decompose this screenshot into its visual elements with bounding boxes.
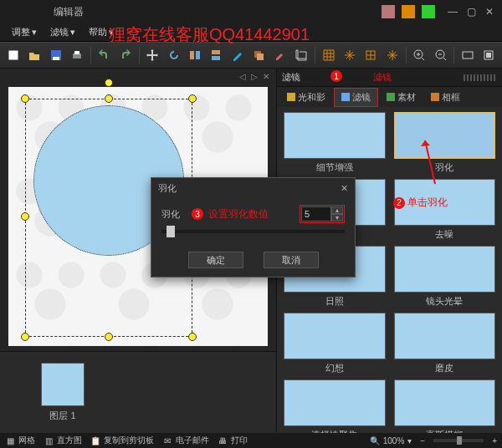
svg-rect-9 (196, 51, 200, 59)
undo-icon[interactable] (95, 45, 114, 65)
filter-item[interactable]: 细节增强 (284, 112, 386, 174)
cancel-button[interactable]: 取消 (264, 252, 319, 268)
tab-filter[interactable]: 滤镜 (334, 88, 378, 107)
ok-button[interactable]: 确定 (188, 252, 243, 268)
toolbar (0, 42, 502, 69)
feather-value-input[interactable] (301, 206, 331, 221)
grid-2-icon[interactable] (340, 45, 359, 65)
filter-item[interactable]: 去噪 (394, 179, 496, 241)
handle-bm[interactable] (105, 333, 113, 341)
spin-up-icon[interactable]: ▲ (331, 206, 343, 214)
svg-rect-7 (74, 51, 79, 54)
layer-thumbnail (41, 363, 85, 406)
svg-rect-13 (257, 53, 264, 60)
panel-tabs: 光和影 滤镜 素材 相框 (277, 87, 502, 107)
crop-icon[interactable] (291, 45, 310, 65)
orange-box-icon[interactable] (400, 3, 417, 20)
save-icon[interactable] (46, 45, 65, 65)
close-button[interactable]: ✕ (480, 3, 499, 20)
badge-3: 3 (192, 208, 203, 220)
maximize-button[interactable]: ▢ (462, 3, 480, 20)
rotate-icon[interactable] (164, 45, 183, 65)
filter-thumb (284, 313, 386, 359)
tab-frame[interactable]: 相框 (424, 89, 467, 106)
zoom-in-icon[interactable] (409, 45, 428, 65)
menu-help[interactable]: 帮助▾ (82, 26, 120, 38)
green-box-icon[interactable] (420, 3, 437, 20)
svg-rect-10 (212, 50, 220, 54)
filter-label: 日照 (284, 295, 386, 308)
grid-3-icon[interactable] (361, 45, 381, 65)
minimize-button[interactable]: — (443, 3, 462, 20)
filter-thumb (394, 313, 496, 359)
handle-rotate[interactable] (105, 79, 113, 87)
filter-label: 磨皮 (394, 362, 496, 374)
svg-rect-19 (486, 53, 491, 58)
filter-item[interactable]: 选择性聚焦 (284, 379, 386, 433)
tab-light[interactable]: 光和影 (280, 89, 332, 106)
nav-next-icon[interactable]: ▷ (251, 72, 258, 81)
zoom-out-icon[interactable] (431, 45, 450, 65)
zoom-in-btn[interactable]: + (492, 436, 497, 445)
status-print[interactable]: 🖶打印 (218, 435, 248, 446)
svg-rect-11 (212, 56, 220, 60)
handle-tr[interactable] (188, 94, 197, 103)
slider-thumb[interactable] (166, 226, 175, 237)
grid-1-icon[interactable] (319, 45, 338, 65)
filter-thumb (394, 246, 496, 293)
print-icon[interactable] (67, 45, 86, 65)
actual-icon[interactable] (479, 45, 499, 65)
svg-rect-3 (8, 50, 18, 60)
filter-label: 选择性聚焦 (284, 429, 386, 433)
menu-filter[interactable]: 滤镜▾ (44, 26, 82, 38)
flip-h-icon[interactable] (185, 45, 204, 65)
svg-rect-5 (53, 57, 59, 60)
clone-icon[interactable] (249, 45, 269, 65)
handle-bl[interactable] (21, 333, 29, 341)
handle-br[interactable] (188, 333, 197, 341)
grid-4-icon[interactable] (382, 45, 402, 65)
feather-slider[interactable] (161, 230, 345, 233)
filter-item[interactable]: 高斯模糊 (394, 379, 496, 433)
dialog-close-icon[interactable]: ✕ (341, 183, 348, 194)
nav-close-icon[interactable]: ✕ (263, 72, 269, 81)
nav-prev-icon[interactable]: ◁ (239, 72, 246, 81)
filter-item[interactable]: 羽化 (394, 112, 496, 174)
handle-tm[interactable] (105, 94, 113, 103)
menu-adjust[interactable]: 调整▾ (5, 26, 44, 38)
filter-item[interactable]: 镜头光晕 (394, 246, 496, 308)
flip-v-icon[interactable] (207, 45, 226, 65)
zoom-out-btn[interactable]: − (420, 436, 425, 445)
open-icon[interactable] (24, 45, 44, 65)
new-icon[interactable] (3, 45, 23, 65)
layer-label: 图层 1 (33, 410, 92, 422)
status-histogram[interactable]: ▥直方图 (44, 435, 82, 446)
filter-thumb (394, 379, 496, 426)
status-clipboard[interactable]: 📋复制到剪切板 (90, 435, 154, 446)
fit-icon[interactable] (458, 45, 477, 65)
handle-ml[interactable] (21, 212, 29, 221)
layers-panel: 图层 1 (0, 351, 276, 433)
svg-rect-17 (463, 52, 473, 59)
palette-icon[interactable] (380, 3, 397, 20)
zoom-slider[interactable] (433, 439, 484, 442)
filter-label: 幻想 (284, 362, 386, 374)
spin-down-icon[interactable]: ▼ (331, 214, 343, 221)
status-mail[interactable]: ✉电子邮件 (162, 435, 209, 446)
window-title: 编辑器 (54, 5, 84, 19)
svg-rect-2 (422, 5, 435, 18)
filter-item[interactable]: 幻想 (284, 313, 386, 374)
svg-rect-0 (382, 5, 395, 18)
redo-icon[interactable] (115, 45, 135, 65)
filter-item[interactable]: 磨皮 (394, 313, 496, 374)
filter-thumb (284, 379, 386, 426)
layer-item[interactable]: 图层 1 (33, 363, 92, 422)
brush-icon[interactable] (270, 45, 289, 65)
pen-icon[interactable] (228, 45, 247, 65)
dialog-title: 羽化 (158, 182, 177, 195)
handle-tl[interactable] (21, 94, 29, 103)
move-icon[interactable] (142, 45, 161, 65)
panel-grip-icon[interactable] (464, 74, 497, 81)
status-grid[interactable]: ▦网格 (5, 435, 35, 446)
tab-material[interactable]: 素材 (380, 89, 423, 106)
